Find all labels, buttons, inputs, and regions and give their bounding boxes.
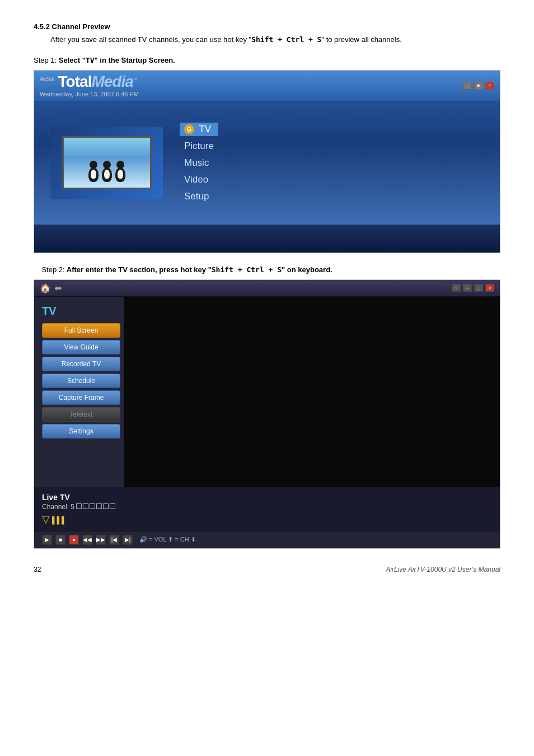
tm-close-button[interactable]: ×	[485, 82, 494, 90]
tm-logo-text: ArcSoft TotalMedia™	[40, 74, 139, 90]
tv-recordedtv-button[interactable]: Recorded TV	[42, 357, 120, 371]
tv-bottom-panel: Live TV Channel: 5 ▽▐▐▐	[34, 487, 500, 531]
ch-sq-2	[83, 503, 88, 509]
penguin-3	[115, 161, 125, 182]
home-icon[interactable]: 🏠	[40, 283, 51, 293]
tm-window: ArcSoft TotalMedia™ Wednesday, June 13, …	[34, 71, 500, 253]
tv-settings-button[interactable]: Settings	[42, 424, 120, 438]
penguin-1	[88, 161, 99, 182]
tv-stop-button[interactable]: ■	[55, 535, 65, 545]
tv-preview-area	[124, 297, 500, 487]
tv-channel-label: Channel: 5	[42, 503, 74, 511]
tm-menu-video[interactable]: Video	[180, 173, 218, 186]
tm-logo: ArcSoft TotalMedia™ Wednesday, June 13, …	[40, 74, 139, 97]
ch-sq-6	[110, 503, 115, 509]
section-body: After you save all scanned TV channels, …	[34, 34, 500, 46]
step1-label: Step 1: Select "TV" in the Startup Scree…	[34, 56, 500, 64]
tv-help-button[interactable]: ?	[452, 284, 461, 292]
screenshot2-tv: 🏠 ⬅ ? – □ × TV Full Screen View Guide Re…	[34, 279, 500, 549]
penguin-group	[88, 161, 125, 182]
penguin-belly	[118, 170, 123, 179]
ch-sq-1	[76, 503, 82, 509]
penguin-belly	[91, 170, 96, 179]
arcsoft-label: ArcSoft	[40, 76, 54, 82]
tv-fullscreen-button[interactable]: Full Screen	[42, 323, 120, 338]
back-icon[interactable]: ⬅	[54, 283, 62, 293]
section-number: 4.5.2	[34, 22, 50, 31]
tm-startup-menu: G TV Picture Music Video Setup	[180, 123, 218, 203]
tv-window-buttons: ? – □ ×	[452, 284, 494, 292]
step2-label-text: Step 2:	[41, 265, 64, 274]
tv-titlebar: 🏠 ⬅ ? – □ ×	[34, 280, 500, 297]
tv-record-button[interactable]: ●	[69, 535, 79, 545]
tv-channel-squares	[76, 503, 115, 509]
tv-nav-icons: 🏠 ⬅	[40, 283, 62, 293]
ch-sq-5	[103, 503, 109, 509]
tm-menu-setup[interactable]: Setup	[180, 190, 218, 203]
tm-titlebar: ArcSoft TotalMedia™ Wednesday, June 13, …	[34, 71, 500, 101]
tv-icon-circle: G	[184, 124, 194, 134]
tm-window-buttons: – ■ ×	[463, 82, 494, 90]
page-footer: 32 AirLive AirTV-1000U v2 User’s Manual	[34, 566, 500, 573]
tm-content: G TV Picture Music Video Setup	[34, 101, 500, 225]
manual-title: AirLive AirTV-1000U v2 User’s Manual	[386, 566, 500, 573]
tm-maximize-button[interactable]: ■	[474, 82, 483, 90]
tv-skipfwd-button[interactable]: ▶|	[123, 535, 133, 545]
step1-label-text: Step 1:	[34, 56, 57, 64]
tv-teletext-button: Teletext	[42, 407, 120, 422]
tm-menu-picture[interactable]: Picture	[180, 139, 218, 153]
tv-window: 🏠 ⬅ ? – □ × TV Full Screen View Guide Re…	[34, 280, 500, 548]
logo-total: T	[58, 73, 66, 90]
tv-skipback-button[interactable]: |◀	[109, 535, 119, 545]
ch-sq-4	[96, 503, 102, 509]
penguin-2	[102, 161, 112, 182]
tv-channel-info: Channel: 5	[42, 503, 492, 511]
tv-viewguide-button[interactable]: View Guide	[42, 340, 120, 354]
tm-tv-image	[51, 127, 163, 199]
tv-schedule-button[interactable]: Schedule	[42, 374, 120, 388]
tv-minimize-button[interactable]: –	[463, 284, 472, 292]
penguin-body	[102, 167, 112, 182]
penguin-body	[115, 167, 125, 182]
tv-vol-label: 🔊 = VOL ⬆ = CH ⬇	[139, 536, 196, 543]
ch-sq-3	[90, 503, 95, 509]
tm-menu-music[interactable]: Music	[180, 156, 218, 170]
penguin-body	[88, 167, 99, 182]
tv-captureframe-button[interactable]: Capture Frame	[42, 390, 120, 405]
tm-minimize-button[interactable]: –	[463, 82, 472, 90]
tv-live-label: Live TV	[42, 493, 492, 502]
tv-controls-bar: ▶ ■ ● ◀◀ ▶▶ |◀ ▶| 🔊 = VOL ⬆ = CH ⬇	[34, 531, 500, 548]
penguin-belly	[104, 170, 110, 179]
tv-close-button[interactable]: ×	[485, 284, 494, 292]
tv-main: TV Full Screen View Guide Recorded TV Sc…	[34, 297, 500, 487]
section-heading: 4.5.2 Channel Preview	[34, 22, 500, 31]
tm-menu-tv[interactable]: G TV	[180, 123, 218, 136]
tm-bottom-bar	[34, 225, 500, 253]
tv-play-button[interactable]: ▶	[42, 535, 52, 545]
tv-sidebar: TV Full Screen View Guide Recorded TV Sc…	[34, 297, 124, 487]
tv-prev-button[interactable]: ◀◀	[82, 535, 92, 545]
screenshot1-totalmedia: ArcSoft TotalMedia™ Wednesday, June 13, …	[34, 70, 500, 253]
step2-label: Step 2: After enter the TV section, pres…	[34, 265, 500, 274]
tv-next-button[interactable]: ▶▶	[96, 535, 106, 545]
tm-datetime: Wednesday, June 13, 2007 6:46 PM	[40, 91, 139, 97]
section-title-text: Channel Preview	[52, 22, 110, 31]
tv-maximize-button[interactable]: □	[474, 284, 483, 292]
tv-signal-icon: ▽▐▐▐	[42, 513, 492, 525]
tm-tv-screen	[62, 136, 152, 189]
tv-section-title: TV	[42, 305, 124, 318]
logo-media: M	[91, 73, 104, 90]
page-number: 32	[34, 566, 41, 573]
